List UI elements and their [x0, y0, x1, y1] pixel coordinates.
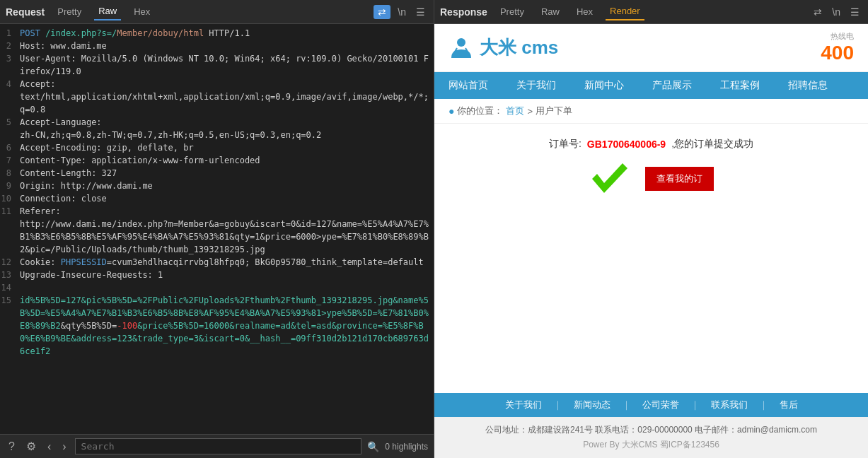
code-line: http://www.dami.me/index.php?m=Member&a=… — [0, 218, 434, 256]
render-area: 大米 cms 热线电 400 网站首页 关于我们 新闻中心 产品展示 工程案例 … — [434, 24, 868, 458]
code-line: 3 User-Agent: Mozilla/5.0 (Windows NT 10… — [0, 52, 434, 78]
help-icon[interactable]: ? — [6, 439, 18, 454]
left-panel: Request Pretty Raw Hex ⇄ \n ☰ 1 POST /in… — [0, 0, 434, 458]
svg-marker-3 — [592, 163, 627, 193]
highlights-label: 0 highlights — [385, 442, 428, 452]
back-icon[interactable]: ‹ — [45, 439, 54, 454]
tab-render-right[interactable]: Render — [606, 3, 644, 20]
wrap-icon[interactable]: ⇄ — [374, 5, 390, 19]
footer-nav-about[interactable]: 关于我们 — [505, 399, 542, 411]
nav-jobs[interactable]: 招聘信息 — [774, 72, 842, 99]
newline-icon-right[interactable]: \n — [829, 5, 843, 19]
right-panel-title: Response — [440, 6, 487, 18]
code-line: 15 id%5B%5D=127&pic%5B%5D=%2FPublic%2FUp… — [0, 294, 434, 358]
view-order-button[interactable]: 查看我的订 — [645, 167, 714, 191]
forward-icon[interactable]: › — [59, 439, 69, 454]
left-panel-title: Request — [6, 6, 45, 18]
code-line: 8 Content-Length: 327 — [0, 167, 434, 180]
code-line: zh-CN,zh;q=0.8,zh-TW;q=0.7,zh-HK;q=0.5,e… — [0, 129, 434, 141]
code-line: text/html,application/xhtml+xml,applicat… — [0, 90, 434, 116]
breadcrumb-label: 你的位置： — [457, 105, 503, 117]
site-order-content: 订单号: GB1700640006-9 ,您的订单提交成功 查看我的订 — [434, 124, 868, 393]
code-line: 7 Content-Type: application/x-www-form-u… — [0, 154, 434, 167]
site-footer-nav: 关于我们 ｜ 新闻动态 ｜ 公司荣誉 ｜ 联系我们 ｜ 售后 — [434, 393, 868, 417]
site-logo: 大米 cms — [449, 35, 558, 61]
breadcrumb-sep: > — [527, 106, 533, 117]
footer-nav-aftersale[interactable]: 售后 — [780, 399, 798, 411]
breadcrumb-current: 用户下单 — [536, 105, 572, 117]
tab-hex[interactable]: Hex — [129, 4, 154, 20]
code-line: 11 Referer: — [0, 205, 434, 218]
code-line: 9 Origin: http://www.dami.me — [0, 180, 434, 192]
logo-text: 大米 cms — [480, 35, 558, 60]
search-input[interactable] — [75, 438, 362, 454]
footer-power: Power By 大米CMS 蜀ICP备123456 — [441, 439, 861, 451]
footer-nav-news[interactable]: 新闻动态 — [574, 399, 611, 411]
order-info: 订单号: GB1700640006-9 ,您的订单提交成功 — [549, 138, 753, 151]
order-number: GB1700640006-9 — [587, 139, 666, 150]
code-line: 6 Accept-Encoding: gzip, deflate, br — [0, 141, 434, 154]
tab-hex-right[interactable]: Hex — [572, 4, 597, 20]
right-header: Response Pretty Raw Hex Render ⇄ \n ☰ — [434, 0, 868, 24]
tab-pretty-right[interactable]: Pretty — [496, 4, 528, 20]
search-submit-icon[interactable]: 🔍 — [367, 441, 379, 452]
code-line: 2 Host: www.dami.me — [0, 40, 434, 52]
logo-icon — [449, 35, 474, 61]
site-footer: 公司地址：成都建设路241号 联系电话：029-00000000 电子邮件：ad… — [434, 417, 868, 458]
main-container: Request Pretty Raw Hex ⇄ \n ☰ 1 POST /in… — [0, 0, 868, 458]
footer-nav-honor[interactable]: 公司荣誉 — [642, 399, 679, 411]
hot-number: 400 — [821, 42, 854, 64]
order-label: 订单号: — [549, 138, 581, 151]
code-line: 12 Cookie: PHPSESSID=cvum3ehdlhacqirrvbg… — [0, 256, 434, 269]
footer-nav-contact[interactable]: 联系我们 — [711, 399, 748, 411]
nav-products[interactable]: 产品展示 — [638, 72, 706, 99]
breadcrumb-home[interactable]: 首页 — [506, 105, 524, 117]
hot-label: 热线电 — [821, 31, 854, 42]
right-panel: Response Pretty Raw Hex Render ⇄ \n ☰ — [434, 0, 868, 458]
code-line: 5 Accept-Language: — [0, 116, 434, 129]
footer-address: 公司地址：成都建设路241号 联系电话：029-00000000 电子邮件：ad… — [441, 424, 861, 436]
code-line: 10 Connection: close — [0, 192, 434, 205]
wrap-icon-right[interactable]: ⇄ — [811, 5, 825, 19]
checkmark-area: 查看我的订 — [589, 158, 714, 200]
newline-icon[interactable]: \n — [395, 5, 409, 19]
order-success-text: ,您的订单提交成功 — [671, 138, 753, 151]
breadcrumb-icon: ● — [449, 105, 454, 117]
nav-home[interactable]: 网站首页 — [434, 72, 502, 99]
left-header: Request Pretty Raw Hex ⇄ \n ☰ — [0, 0, 434, 24]
code-area[interactable]: 1 POST /index.php?s=/Member/dobuy/html H… — [0, 24, 434, 434]
menu-icon-right[interactable]: ☰ — [847, 5, 862, 19]
left-header-icons: ⇄ \n ☰ — [374, 5, 428, 19]
menu-icon[interactable]: ☰ — [413, 5, 428, 19]
checkmark-icon — [589, 158, 631, 200]
tab-pretty[interactable]: Pretty — [53, 4, 86, 20]
bottom-bar: ? ⚙ ‹ › 🔍 0 highlights — [0, 434, 434, 458]
tab-raw[interactable]: Raw — [94, 3, 121, 20]
settings-icon[interactable]: ⚙ — [23, 438, 39, 454]
site-breadcrumb: ● 你的位置： 首页 > 用户下单 — [434, 99, 868, 124]
nav-about[interactable]: 关于我们 — [502, 72, 570, 99]
nav-projects[interactable]: 工程案例 — [706, 72, 774, 99]
nav-news[interactable]: 新闻中心 — [570, 72, 638, 99]
svg-point-0 — [457, 38, 465, 47]
site-header: 大米 cms 热线电 400 — [434, 24, 868, 72]
code-line: 4 Accept: — [0, 78, 434, 90]
code-line: 14 — [0, 281, 434, 294]
right-header-icons: ⇄ \n ☰ — [811, 5, 862, 19]
code-line: 13 Upgrade-Insecure-Requests: 1 — [0, 269, 434, 281]
code-line: 1 POST /index.php?s=/Member/dobuy/html H… — [0, 27, 434, 40]
site-nav: 网站首页 关于我们 新闻中心 产品展示 工程案例 招聘信息 — [434, 72, 868, 99]
tab-raw-right[interactable]: Raw — [537, 4, 564, 20]
